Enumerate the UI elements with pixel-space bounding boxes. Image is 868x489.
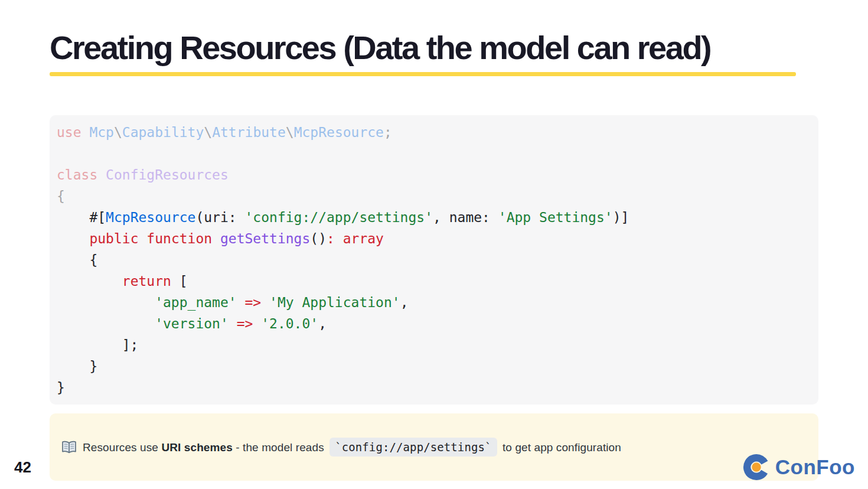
page-number: 42 <box>14 458 31 477</box>
code-line: use Mcp\Capability\Attribute\McpResource… <box>57 122 809 143</box>
code-line: ]; <box>57 334 809 356</box>
note-segment-code: `config://app/settings` <box>329 438 497 457</box>
code-line: { <box>57 185 809 207</box>
note-text: Resources use URI schemes - the model re… <box>83 441 621 454</box>
confoo-logo-text: ConFoo <box>775 455 855 479</box>
code-line: } <box>57 377 809 398</box>
note-callout: Resources use URI schemes - the model re… <box>50 413 818 481</box>
code-line: public function getSettings(): array <box>57 228 809 249</box>
code-block: use Mcp\Capability\Attribute\McpResource… <box>50 115 818 405</box>
code-line: { <box>57 249 809 270</box>
code-content: use Mcp\Capability\Attribute\McpResource… <box>50 115 818 398</box>
page-title: Creating Resources (Data the model can r… <box>50 28 710 67</box>
slide-canvas: Creating Resources (Data the model can r… <box>0 0 868 489</box>
confoo-logo: ConFoo <box>743 453 855 481</box>
code-line: return [ <box>57 270 809 292</box>
code-line: class ConfigResources <box>57 164 809 185</box>
note-segment-bold: URI schemes <box>161 441 232 454</box>
note-segment-regular: to get app configuration <box>500 441 621 454</box>
code-line: 'app_name' => 'My Application', <box>57 292 809 313</box>
code-line: 'version' => '2.0.0', <box>57 313 809 334</box>
confoo-logo-mark-icon <box>743 453 770 481</box>
code-line <box>57 143 809 164</box>
code-line: #[McpResource(uri: 'config://app/setting… <box>57 207 809 228</box>
open-book-icon <box>61 441 77 454</box>
note-segment-regular: Resources use <box>83 441 161 454</box>
note-segment-regular: - the model reads <box>233 441 327 454</box>
title-underline-accent <box>50 72 796 76</box>
code-line: } <box>57 356 809 377</box>
